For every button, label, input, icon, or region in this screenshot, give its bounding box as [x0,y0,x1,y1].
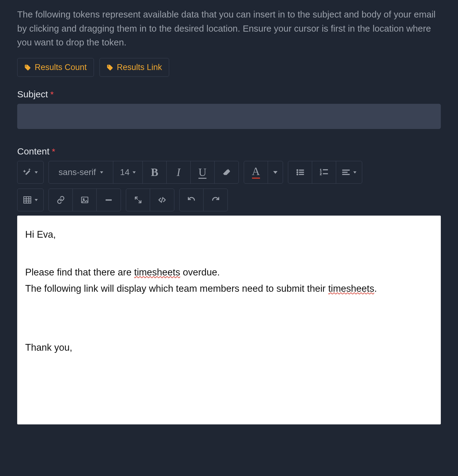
link-button[interactable] [49,189,73,211]
subject-label: Subject * [17,89,441,99]
align-icon [342,168,350,177]
undo-icon [187,196,196,204]
font-color-dropdown[interactable] [268,161,283,183]
svg-point-0 [297,170,298,171]
svg-text:1: 1 [320,168,322,172]
eraser-icon [222,168,231,177]
font-color-icon: A [252,166,260,179]
body-line-2: The following link will display which te… [25,281,433,297]
svg-point-2 [297,172,298,173]
svg-point-19 [83,198,84,200]
body-greeting: Hi Eva, [25,227,433,243]
svg-rect-10 [342,170,349,170]
editor-toolbar: sans-serif 14 B I U A [17,161,441,211]
svg-rect-9 [323,174,328,174]
subject-input[interactable] [17,104,441,129]
fullscreen-button[interactable] [126,189,150,211]
required-mark: * [50,90,54,99]
clear-format-button[interactable] [215,161,239,183]
svg-rect-20 [106,200,112,201]
svg-rect-13 [24,197,31,203]
picture-icon [80,196,89,204]
unordered-list-button[interactable] [288,161,312,183]
magic-wand-icon [23,168,32,177]
svg-rect-3 [299,172,304,173]
font-color-button[interactable]: A [244,161,268,183]
token-label: Results Link [117,63,162,72]
body-line-1: Please find that there are timesheets ov… [25,264,433,281]
svg-rect-12 [342,174,349,175]
list-ul-icon [296,168,305,177]
list-ol-icon: 12 [320,168,328,177]
email-body-editor[interactable]: Hi Eva, Please find that there are times… [17,216,441,424]
results-link-token[interactable]: Results Link [99,58,169,77]
table-icon [23,196,32,204]
svg-rect-1 [299,170,304,170]
svg-rect-7 [323,170,328,170]
horizontal-rule-button[interactable] [97,189,121,211]
spellcheck-error: timesheets [134,267,180,278]
font-size-dropdown[interactable]: 14 [113,161,143,183]
svg-text:2: 2 [320,172,322,176]
redo-button[interactable] [204,189,227,211]
code-icon [158,196,166,204]
results-count-token[interactable]: Results Count [17,58,94,77]
font-family-value: sans-serif [59,167,96,177]
font-family-dropdown[interactable]: sans-serif [49,161,113,183]
token-label: Results Count [35,63,87,72]
picture-button[interactable] [73,189,97,211]
underline-button[interactable]: U [191,161,215,183]
content-label: Content * [17,146,441,157]
token-instructions: The following tokens represent available… [17,7,441,49]
svg-point-4 [297,174,298,175]
table-dropdown[interactable] [17,189,43,211]
undo-button[interactable] [180,189,204,211]
italic-button[interactable]: I [167,161,191,183]
svg-rect-5 [299,174,304,175]
ordered-list-button[interactable]: 12 [312,161,336,183]
link-icon [56,196,65,204]
tag-icon [24,64,31,71]
token-row: Results Count Results Link [17,58,441,77]
redo-icon [211,196,220,204]
required-mark: * [52,147,55,157]
style-dropdown[interactable] [17,161,43,183]
tag-icon [107,64,113,71]
expand-icon [134,196,142,204]
bold-button[interactable]: B [143,161,167,183]
font-size-value: 14 [120,167,130,177]
spellcheck-error: timesheets [328,283,374,294]
paragraph-dropdown[interactable] [336,161,362,183]
minus-icon [104,196,113,204]
body-signoff: Thank you, [25,340,433,356]
code-view-button[interactable] [150,189,174,211]
svg-rect-11 [342,172,347,173]
